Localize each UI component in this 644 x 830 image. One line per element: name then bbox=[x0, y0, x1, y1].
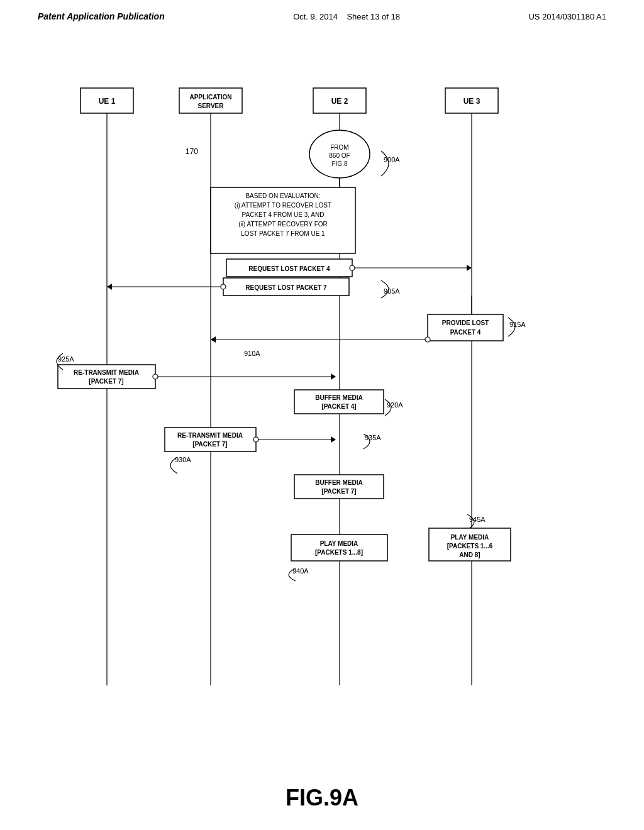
svg-text:FROM: FROM bbox=[330, 144, 348, 151]
svg-text:940A: 940A bbox=[292, 567, 309, 575]
svg-text:170: 170 bbox=[186, 147, 198, 156]
svg-text:[PACKET 7]: [PACKET 7] bbox=[89, 378, 123, 385]
svg-marker-34 bbox=[107, 284, 112, 290]
svg-text:RE-TRANSMIT MEDIA: RE-TRANSMIT MEDIA bbox=[74, 369, 139, 376]
svg-text:BUFFER MEDIA: BUFFER MEDIA bbox=[315, 394, 363, 401]
svg-text:860 OF: 860 OF bbox=[329, 152, 350, 159]
svg-point-35 bbox=[221, 284, 226, 289]
header-date: Oct. 9, 2014 bbox=[293, 12, 338, 21]
svg-marker-61 bbox=[331, 436, 336, 443]
svg-rect-37 bbox=[428, 314, 503, 341]
svg-text:[PACKET 7]: [PACKET 7] bbox=[192, 441, 227, 448]
svg-text:(i) ATTEMPT TO RECOVER LOST: (i) ATTEMPT TO RECOVER LOST bbox=[235, 202, 331, 209]
svg-marker-43 bbox=[211, 336, 216, 343]
svg-rect-57 bbox=[165, 428, 256, 451]
header-date-sheet: Oct. 9, 2014 Sheet 13 of 18 bbox=[293, 12, 400, 21]
svg-marker-29 bbox=[467, 265, 472, 271]
svg-text:[PACKETS 1...8]: [PACKETS 1...8] bbox=[315, 549, 363, 556]
svg-point-30 bbox=[350, 265, 355, 270]
header-patent-number: US 2014/0301180 A1 bbox=[528, 12, 606, 21]
svg-rect-53 bbox=[294, 390, 384, 414]
svg-rect-46 bbox=[58, 365, 155, 389]
svg-text:905A: 905A bbox=[384, 287, 400, 295]
svg-text:PLAY MEDIA: PLAY MEDIA bbox=[320, 540, 358, 547]
header-publication-label: Patent Application Publication bbox=[38, 11, 165, 21]
svg-text:PACKET 4: PACKET 4 bbox=[450, 329, 481, 336]
svg-text:935A: 935A bbox=[365, 434, 381, 441]
svg-text:PACKET 4 FROM UE 3, AND: PACKET 4 FROM UE 3, AND bbox=[242, 211, 325, 218]
diagram-svg: UE 1 APPLICATION SERVER UE 2 UE 3 170 FR… bbox=[31, 82, 610, 773]
svg-text:AND 8]: AND 8] bbox=[459, 551, 480, 558]
svg-text:FIG.8: FIG.8 bbox=[331, 160, 347, 167]
svg-text:[PACKETS 1...6: [PACKETS 1...6 bbox=[447, 543, 493, 550]
header-sheet: Sheet 13 of 18 bbox=[347, 12, 400, 21]
svg-text:910A: 910A bbox=[244, 350, 260, 357]
svg-text:(ii) ATTEMPT RECOVERY FOR: (ii) ATTEMPT RECOVERY FOR bbox=[238, 221, 328, 228]
svg-text:BASED ON EVALUATION:: BASED ON EVALUATION: bbox=[245, 192, 320, 199]
svg-text:PROVIDE LOST: PROVIDE LOST bbox=[442, 319, 489, 326]
svg-point-62 bbox=[253, 437, 258, 442]
svg-text:REQUEST LOST PACKET 7: REQUEST LOST PACKET 7 bbox=[245, 284, 327, 291]
svg-text:930A: 930A bbox=[175, 456, 191, 463]
svg-rect-69 bbox=[291, 534, 387, 561]
svg-text:UE 3: UE 3 bbox=[464, 97, 480, 106]
svg-text:900A: 900A bbox=[384, 156, 400, 163]
page-header: Patent Application Publication Oct. 9, 2… bbox=[0, 0, 644, 21]
svg-text:945A: 945A bbox=[469, 516, 486, 523]
svg-text:[PACKET 7]: [PACKET 7] bbox=[321, 488, 356, 495]
svg-text:[PACKET 4]: [PACKET 4] bbox=[321, 403, 356, 410]
svg-text:LOST PACKET 7 FROM UE 1: LOST PACKET 7 FROM UE 1 bbox=[241, 230, 325, 237]
svg-text:APPLICATION: APPLICATION bbox=[189, 94, 231, 101]
svg-rect-65 bbox=[294, 475, 384, 499]
svg-text:915A: 915A bbox=[509, 321, 526, 328]
svg-point-44 bbox=[425, 337, 430, 342]
svg-text:SERVER: SERVER bbox=[198, 102, 225, 109]
svg-point-52 bbox=[153, 374, 158, 379]
svg-text:UE 2: UE 2 bbox=[331, 97, 348, 106]
figure-caption: FIG.9A bbox=[0, 785, 644, 811]
svg-text:PLAY MEDIA: PLAY MEDIA bbox=[451, 534, 489, 541]
svg-marker-51 bbox=[331, 374, 336, 380]
svg-rect-6 bbox=[179, 88, 242, 113]
svg-text:BUFFER MEDIA: BUFFER MEDIA bbox=[315, 479, 363, 486]
svg-text:920A: 920A bbox=[387, 401, 403, 409]
svg-text:925A: 925A bbox=[58, 355, 74, 363]
svg-text:RE-TRANSMIT MEDIA: RE-TRANSMIT MEDIA bbox=[177, 432, 243, 439]
svg-text:UE 1: UE 1 bbox=[99, 97, 116, 106]
svg-text:REQUEST LOST PACKET 4: REQUEST LOST PACKET 4 bbox=[248, 265, 330, 272]
